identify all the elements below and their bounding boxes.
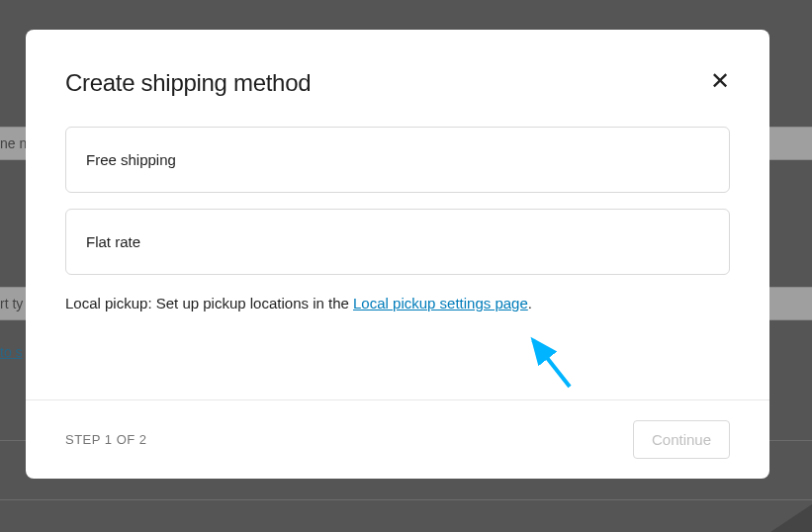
modal-body: Create shipping method ✕ Free shipping F… xyxy=(26,30,769,399)
pickup-prefix: Local pickup: Set up pickup locations in… xyxy=(65,295,353,311)
option-label: Flat rate xyxy=(86,233,140,250)
modal-footer: STEP 1 OF 2 Continue xyxy=(26,399,769,479)
modal-header: Create shipping method ✕ xyxy=(65,69,730,97)
close-icon: ✕ xyxy=(710,67,730,94)
close-button[interactable]: ✕ xyxy=(710,69,730,93)
pickup-suffix: . xyxy=(528,295,532,311)
local-pickup-settings-link[interactable]: Local pickup settings page xyxy=(353,295,528,311)
option-label: Free shipping xyxy=(86,151,176,168)
continue-button[interactable]: Continue xyxy=(633,420,730,459)
option-flat-rate[interactable]: Flat rate xyxy=(65,209,730,275)
modal-title: Create shipping method xyxy=(65,69,311,97)
option-free-shipping[interactable]: Free shipping xyxy=(65,127,730,193)
step-indicator: STEP 1 OF 2 xyxy=(65,432,147,447)
create-shipping-method-modal: Create shipping method ✕ Free shipping F… xyxy=(26,30,769,479)
local-pickup-text: Local pickup: Set up pickup locations in… xyxy=(65,295,730,311)
